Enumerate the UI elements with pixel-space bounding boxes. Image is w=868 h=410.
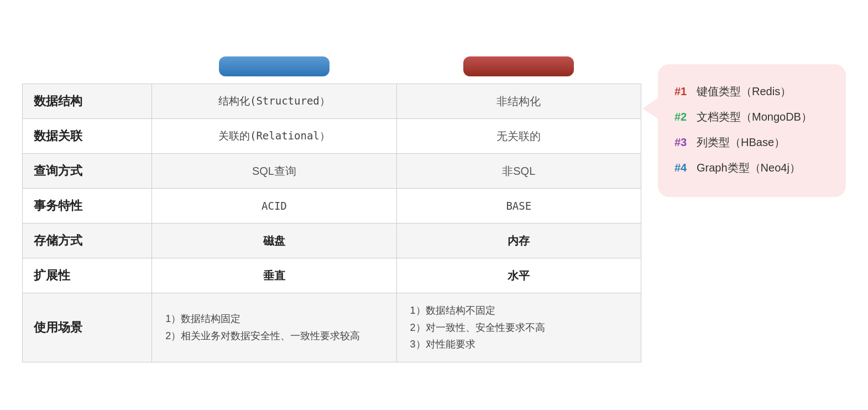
- nosql-cell: 非SQL: [396, 154, 641, 189]
- sql-cell: 1）数据结构固定2）相关业务对数据安全性、一致性要求较高: [152, 293, 396, 362]
- header-sql-col: [152, 48, 396, 84]
- row-label: 存储方式: [23, 224, 152, 258]
- callout-item: #4Graph类型（Neo4j）: [674, 156, 829, 179]
- page-container: 数据结构结构化(Structured）非结构化数据关联关联的(Relationa…: [22, 48, 846, 362]
- sql-cell: 磁盘: [152, 224, 396, 258]
- sql-cell: 关联的(Relational）: [152, 119, 396, 154]
- callout-text: 键值类型（Redis）: [697, 80, 791, 103]
- sql-badge: [219, 56, 330, 76]
- callout-item: #3列类型（HBase）: [674, 131, 829, 154]
- header-nosql-col: [396, 48, 641, 84]
- sql-cell: 结构化(Structured）: [152, 84, 396, 119]
- row-label: 查询方式: [23, 154, 152, 189]
- callout-item: #1键值类型（Redis）: [674, 80, 829, 103]
- header-label-col: [23, 48, 152, 84]
- nosql-cell: 非结构化: [396, 84, 641, 119]
- sql-cell: SQL查询: [152, 154, 396, 189]
- callout-num: #1: [674, 80, 691, 103]
- nosql-cell: 水平: [396, 258, 641, 293]
- callout-text: 文档类型（MongoDB）: [697, 105, 812, 128]
- row-label: 使用场景: [23, 293, 152, 362]
- callout-text: Graph类型（Neo4j）: [697, 156, 801, 179]
- comparison-table: 数据结构结构化(Structured）非结构化数据关联关联的(Relationa…: [22, 48, 641, 362]
- nosql-cell: 无关联的: [396, 119, 641, 154]
- callout-container: #1键值类型（Redis）#2文档类型（MongoDB）#3列类型（HBase）…: [658, 64, 846, 197]
- nosql-cell: BASE: [396, 189, 641, 224]
- callout-num: #3: [674, 131, 691, 154]
- callout-text: 列类型（HBase）: [697, 131, 785, 154]
- callout-num: #2: [674, 105, 691, 128]
- row-label: 数据结构: [23, 84, 152, 119]
- callout-num: #4: [674, 156, 691, 179]
- sql-cell: 垂直: [152, 258, 396, 293]
- row-label: 数据关联: [23, 119, 152, 154]
- comparison-table-wrapper: 数据结构结构化(Structured）非结构化数据关联关联的(Relationa…: [22, 48, 641, 362]
- row-label: 事务特性: [23, 189, 152, 224]
- callout-item: #2文档类型（MongoDB）: [674, 105, 829, 128]
- nosql-badge: [463, 56, 574, 76]
- sql-cell: ACID: [152, 189, 396, 224]
- row-label: 扩展性: [23, 258, 152, 293]
- nosql-cell: 1）数据结构不固定2）对一致性、安全性要求不高3）对性能要求: [396, 293, 641, 362]
- nosql-cell: 内存: [396, 224, 641, 258]
- callout-box: #1键值类型（Redis）#2文档类型（MongoDB）#3列类型（HBase）…: [658, 64, 846, 197]
